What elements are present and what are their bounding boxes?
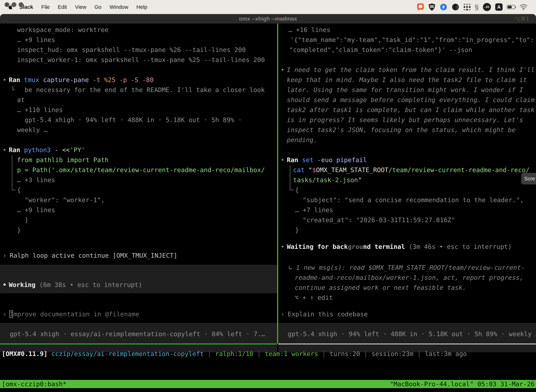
blue-badge-icon[interactable] <box>440 3 447 11</box>
terminal-line: cat "$OMX_TEAM_STATE_ROOT/team/review-cu… <box>293 165 530 175</box>
terminal-line: at <box>17 95 25 105</box>
terminal-line: keep that in mind. Maybe I also need the… <box>287 75 527 85</box>
indent-guide-corner <box>290 190 294 190</box>
minimize-button[interactable] <box>12 2 16 7</box>
terminal-line: Improve documentation in @filename <box>10 309 139 319</box>
terminal-line: Ralph loop active continue [OMX_TMUX_INJ… <box>10 250 177 261</box>
menu-item-edit[interactable]: Edit <box>58 4 67 10</box>
terminal-line: { <box>17 185 21 195</box>
terminal-line: should send a message before completing … <box>287 95 535 105</box>
terminal-line: p = Path('.omx/state/team/review-current… <box>17 165 265 175</box>
window-shortcut: ⌥⌘1 <box>514 14 529 23</box>
terminal-line: ⌥ + ↑ edit <box>295 293 333 303</box>
pane-divider[interactable] <box>277 23 278 344</box>
shield-grid-icon[interactable] <box>428 3 436 11</box>
terminal-line: be necessary for the end of the README. … <box>25 85 265 95</box>
terminal-line: tasks/task-2.json" <box>293 175 362 185</box>
window-title: omx --xhigh --madmax <box>0 14 536 23</box>
terminal-line: "created_at": "2026-03-31T11:59:27.816Z" <box>303 215 455 225</box>
terminal-line: gpt-5.4 xhigh · 94% left · 488K in · 5.1… <box>25 115 242 125</box>
tmux-status-bar: [omx-cczip0:bash* "MacBook-Pro-44.local"… <box>0 380 536 388</box>
terminal-line: Explain this codebase <box>288 309 368 319</box>
terminal-line: from pathlib import Path <box>17 155 109 165</box>
indent-guide-corner <box>12 190 16 190</box>
terminal-line: … +9 lines <box>17 35 55 45</box>
menu-bar: SlackFileEditViewGoWindowHelp <box>0 0 536 14</box>
terminal-line: • <box>281 155 285 165</box>
terminal-line: … +9 lines <box>17 205 55 215</box>
terminal-line: '{"team_name":"my-team","task_id":"1","f… <box>290 35 534 45</box>
screen: SlackFileEditViewGoWindowHelp <box>0 0 536 392</box>
menu-item-go[interactable]: Go <box>94 4 101 10</box>
terminal-line: "subject": "send a concise recommendatio… <box>303 195 524 205</box>
terminal-line: later. Using the same for transition mig… <box>287 85 523 95</box>
battery-icon[interactable] <box>507 5 515 9</box>
dots-grid-icon[interactable] <box>464 4 471 10</box>
indent-guide <box>12 155 12 190</box>
terminal-line: └ <box>11 85 15 95</box>
moon-circle-icon[interactable] <box>452 3 459 11</box>
terminal-line: "completed","claim_token":"claim-token"}… <box>289 45 472 55</box>
terminal-line: Ran tmux capture-pane -t %25 -p -S -80 <box>9 75 154 85</box>
terminal-line: "worker": "worker-1", <box>25 195 105 205</box>
tmux-host-clock: "MacBook-Pro-44.local" 05:03 31-Mar-26 <box>390 380 535 388</box>
terminal-line: › <box>3 250 6 261</box>
terminal-line: … +7 lines <box>295 205 333 215</box>
count-badge-icon[interactable]: ..61 <box>483 3 491 11</box>
menu-status-icons: § ..61 A <box>417 0 527 14</box>
terminal-line: ↳ 1 new msg(s): read $OMX_TEAM_STATE_ROO… <box>288 263 525 273</box>
squiggle-icon[interactable]: § <box>475 3 479 11</box>
terminal-line: gpt-5.4 xhigh · 94% left · 488K in · 5.1… <box>288 329 536 339</box>
menu-items: SlackFileEditViewGoWindowHelp <box>19 4 147 10</box>
terminal-line: … +16 lines <box>288 25 330 35</box>
tmux-session-label: [omx-cczip0:bash* <box>2 380 67 388</box>
terminal-line: } <box>295 225 299 235</box>
terminal-line: Waiting for background terminal (3m 46s … <box>287 242 512 252</box>
terminal-line: Working (6m 38s • esc to interrupt) <box>9 280 142 290</box>
menu-item-view[interactable]: View <box>75 4 86 10</box>
screenshot-tooltip: Scre <box>521 173 536 184</box>
right-pane-border <box>278 344 536 344</box>
menu-item-file[interactable]: File <box>41 4 50 10</box>
terminal-line: … +110 lines <box>17 105 63 115</box>
terminal-line: … +3 lines <box>17 175 55 185</box>
terminal-line: • <box>281 242 285 252</box>
wifi-icon[interactable] <box>519 4 527 10</box>
terminal-line: inspect_hud: omx sparkshell --tmux-pane … <box>17 45 246 55</box>
terminal-line: › <box>281 309 285 319</box>
terminal-line: weekly … <box>17 125 48 135</box>
menu-item-window[interactable]: Window <box>110 4 128 10</box>
terminal-line: gpt-5.4 xhigh · essay/ai-reimplementatio… <box>10 329 265 339</box>
close-button[interactable] <box>5 2 9 7</box>
terminal-line: • <box>3 75 6 85</box>
text-cursor <box>9 310 13 318</box>
terminal-line: Ran python3 - <<'PY' <box>9 145 85 155</box>
terminal-line: Ran set -euo pipefail <box>287 155 367 165</box>
terminal-line: › <box>3 309 6 319</box>
terminal-line: } <box>17 225 21 235</box>
terminal-line: • <box>3 280 6 290</box>
terminal-line: pending. <box>287 135 317 145</box>
terminal-line: workspace_mode: worktree <box>17 25 109 35</box>
letter-badge-icon[interactable]: A <box>495 3 502 11</box>
terminal-line: • <box>281 65 285 75</box>
terminal-line: • <box>3 145 6 155</box>
left-pane-border <box>0 344 277 344</box>
chat-bubble-icon[interactable] <box>417 3 424 11</box>
terminal-line: inspect task2's JSON, focusing on the st… <box>287 125 515 135</box>
terminal-line: [OMX#0.11.9] cczip/essay/ai-reimplementa… <box>2 349 467 359</box>
menu-item-help[interactable]: Help <box>136 4 147 10</box>
terminal-line: continue assigned work or next feasible … <box>295 283 466 293</box>
terminal-line: { <box>295 185 299 195</box>
terminal-line: is in progress? It seems likely but perh… <box>287 115 523 125</box>
terminal-line: readme-and-reco/mailbox/worker-1.json, a… <box>295 273 523 283</box>
indent-guide <box>290 165 290 190</box>
terminal-line: inspect_worker-1: omx sparkshell --tmux-… <box>17 55 265 65</box>
terminal-line: ] <box>25 215 29 225</box>
terminal-line: task2 after task1 is complete, but can I… <box>287 105 535 115</box>
zoom-button[interactable] <box>19 2 23 7</box>
terminal-line: I need to get the claim token from the c… <box>287 65 535 75</box>
